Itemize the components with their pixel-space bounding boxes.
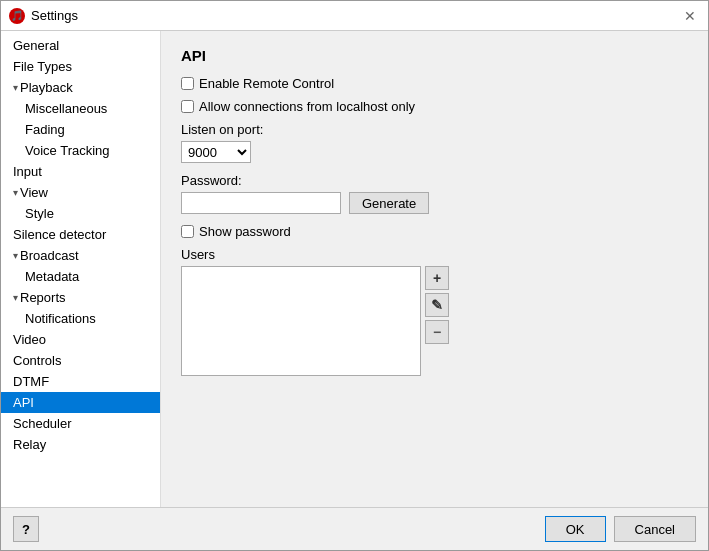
sidebar-item-playback-label: Playback xyxy=(20,80,73,95)
sidebar-item-broadcast-label: Broadcast xyxy=(20,248,79,263)
settings-window: 🎵 Settings ✕ General File Types ▾ Playba… xyxy=(0,0,709,551)
cancel-button[interactable]: Cancel xyxy=(614,516,696,542)
sidebar: General File Types ▾ Playback Miscellane… xyxy=(1,31,161,507)
enable-remote-row: Enable Remote Control xyxy=(181,76,688,91)
show-password-checkbox[interactable] xyxy=(181,225,194,238)
localhost-row: Allow connections from localhost only xyxy=(181,99,688,114)
chevron-down-icon: ▾ xyxy=(13,82,18,93)
sidebar-item-reports-label: Reports xyxy=(20,290,66,305)
sidebar-item-metadata[interactable]: Metadata xyxy=(1,266,160,287)
sidebar-item-voice-tracking[interactable]: Voice Tracking xyxy=(1,140,160,161)
edit-user-button[interactable]: ✎ xyxy=(425,293,449,317)
sidebar-item-file-types[interactable]: File Types xyxy=(1,56,160,77)
sidebar-item-view-label: View xyxy=(20,185,48,200)
sidebar-item-notifications[interactable]: Notifications xyxy=(1,308,160,329)
titlebar: 🎵 Settings ✕ xyxy=(1,1,708,31)
sidebar-item-dtmf[interactable]: DTMF xyxy=(1,371,160,392)
show-password-label[interactable]: Show password xyxy=(181,224,291,239)
password-label: Password: xyxy=(181,173,688,188)
port-row: 9000 xyxy=(181,141,688,163)
sidebar-item-api[interactable]: API xyxy=(1,392,160,413)
chevron-down-icon-reports: ▾ xyxy=(13,292,18,303)
chevron-down-icon-broadcast: ▾ xyxy=(13,250,18,261)
window-title: Settings xyxy=(31,8,78,23)
sidebar-item-reports[interactable]: ▾ Reports xyxy=(1,287,160,308)
localhost-label[interactable]: Allow connections from localhost only xyxy=(181,99,415,114)
ok-button[interactable]: OK xyxy=(545,516,606,542)
add-user-button[interactable]: + xyxy=(425,266,449,290)
section-title: API xyxy=(181,47,688,64)
show-password-text: Show password xyxy=(199,224,291,239)
show-password-row: Show password xyxy=(181,224,688,239)
enable-remote-text: Enable Remote Control xyxy=(199,76,334,91)
titlebar-left: 🎵 Settings xyxy=(9,8,78,24)
sidebar-item-controls[interactable]: Controls xyxy=(1,350,160,371)
sidebar-item-fading[interactable]: Fading xyxy=(1,119,160,140)
password-input[interactable] xyxy=(181,192,341,214)
port-select[interactable]: 9000 xyxy=(181,141,251,163)
sidebar-item-video[interactable]: Video xyxy=(1,329,160,350)
app-icon: 🎵 xyxy=(9,8,25,24)
help-button[interactable]: ? xyxy=(13,516,39,542)
sidebar-item-style[interactable]: Style xyxy=(1,203,160,224)
localhost-checkbox[interactable] xyxy=(181,100,194,113)
content-area: API Enable Remote Control Allow connecti… xyxy=(161,31,708,507)
sidebar-item-view[interactable]: ▾ View xyxy=(1,182,160,203)
sidebar-item-broadcast[interactable]: ▾ Broadcast xyxy=(1,245,160,266)
users-label: Users xyxy=(181,247,688,262)
sidebar-item-playback[interactable]: ▾ Playback xyxy=(1,77,160,98)
bottom-bar: ? OK Cancel xyxy=(1,507,708,550)
enable-remote-label[interactable]: Enable Remote Control xyxy=(181,76,334,91)
close-button[interactable]: ✕ xyxy=(680,6,700,26)
port-group: Listen on port: 9000 xyxy=(181,122,688,163)
password-group: Password: Generate xyxy=(181,173,688,214)
sidebar-item-miscellaneous[interactable]: Miscellaneous xyxy=(1,98,160,119)
enable-remote-checkbox[interactable] xyxy=(181,77,194,90)
sidebar-item-relay[interactable]: Relay xyxy=(1,434,160,455)
sidebar-item-general[interactable]: General xyxy=(1,35,160,56)
users-area: + ✎ − xyxy=(181,266,688,376)
sidebar-item-scheduler[interactable]: Scheduler xyxy=(1,413,160,434)
sidebar-item-silence-detector[interactable]: Silence detector xyxy=(1,224,160,245)
chevron-down-icon-view: ▾ xyxy=(13,187,18,198)
sidebar-item-input[interactable]: Input xyxy=(1,161,160,182)
remove-user-button[interactable]: − xyxy=(425,320,449,344)
password-row: Generate xyxy=(181,192,688,214)
main-content: General File Types ▾ Playback Miscellane… xyxy=(1,31,708,507)
dialog-buttons: OK Cancel xyxy=(545,516,696,542)
users-buttons: + ✎ − xyxy=(425,266,449,344)
port-label: Listen on port: xyxy=(181,122,688,137)
users-list[interactable] xyxy=(181,266,421,376)
generate-button[interactable]: Generate xyxy=(349,192,429,214)
localhost-text: Allow connections from localhost only xyxy=(199,99,415,114)
